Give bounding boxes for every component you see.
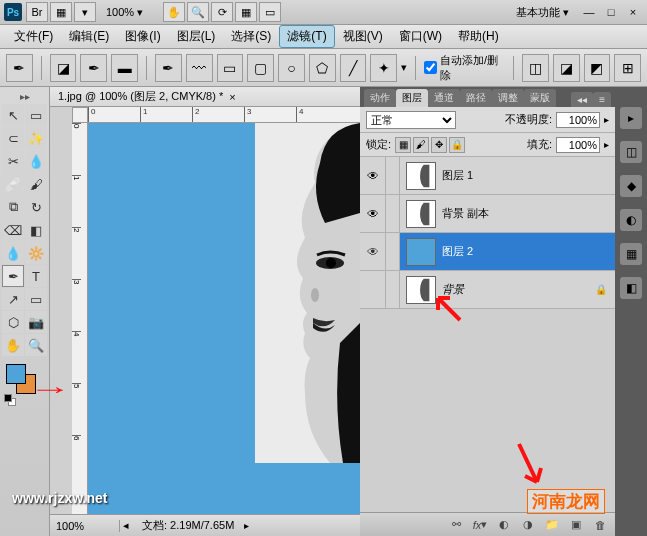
delete-layer-icon[interactable]: 🗑 [591, 517, 609, 533]
tab-paths[interactable]: 路径 [460, 89, 492, 107]
ellipse-shape-icon[interactable]: ○ [278, 54, 305, 82]
visibility-toggle[interactable]: 👁 [360, 233, 386, 270]
current-tool-icon[interactable]: ✒ [6, 54, 33, 82]
layer-row[interactable]: 背景 🔒 [360, 271, 615, 309]
type-tool[interactable]: T [25, 265, 47, 287]
rect-shape-icon[interactable]: ▭ [217, 54, 244, 82]
visibility-toggle[interactable] [360, 271, 386, 308]
zoom-tool[interactable]: 🔍 [25, 334, 47, 356]
workspace-switcher[interactable]: 基本功能 ▾ [508, 3, 577, 22]
tab-actions[interactable]: 动作 [364, 89, 396, 107]
3d-camera-tool[interactable]: 📷 [25, 311, 47, 333]
layer-thumbnail[interactable] [406, 238, 436, 266]
shape-tool[interactable]: ▭ [25, 288, 47, 310]
auto-add-delete-checkbox[interactable]: 自动添加/删除 [424, 53, 505, 83]
layer-thumbnail[interactable] [406, 276, 436, 304]
pen-tool-icon[interactable]: ✒ [155, 54, 182, 82]
layer-mask-icon[interactable]: ◐ [495, 517, 513, 533]
pen-mode-shape-layers[interactable]: ◪ [50, 54, 77, 82]
menu-select[interactable]: 选择(S) [223, 25, 279, 48]
maximize-button[interactable]: □ [601, 4, 621, 20]
panel-menu-icon[interactable]: ≡ [593, 92, 611, 107]
crop-tool[interactable]: ✂ [2, 150, 24, 172]
expand-panels-icon[interactable]: ▸ [620, 107, 642, 129]
tab-masks[interactable]: 蒙版 [524, 89, 556, 107]
screen-mode-icon[interactable]: ▭ [259, 2, 281, 22]
path-combine-icon[interactable]: ◫ [522, 54, 549, 82]
visibility-toggle[interactable]: 👁 [360, 157, 386, 194]
link-layers-icon[interactable]: ⚯ [447, 517, 465, 533]
document-tab[interactable]: 1.jpg @ 100% (图层 2, CMYK/8) * × [50, 87, 360, 107]
pen-mode-paths[interactable]: ✒ [80, 54, 107, 82]
arrange-docs-icon[interactable]: ▦ [235, 2, 257, 22]
pen-mode-fill[interactable]: ▬ [111, 54, 138, 82]
eyedropper-tool[interactable]: 💧 [25, 150, 47, 172]
foreground-color[interactable] [6, 364, 26, 384]
path-select-tool[interactable]: ↗ [2, 288, 24, 310]
rotate-view-icon[interactable]: ⟳ [211, 2, 233, 22]
default-colors-icon[interactable] [4, 394, 16, 406]
menu-window[interactable]: 窗口(W) [391, 25, 450, 48]
vertical-scrollbar[interactable] [50, 107, 72, 514]
polygon-shape-icon[interactable]: ⬠ [309, 54, 336, 82]
layer-name[interactable]: 图层 2 [442, 244, 615, 259]
lock-all-icon[interactable]: 🔒 [449, 137, 465, 153]
swatches-panel-icon[interactable]: ◆ [620, 175, 642, 197]
layer-row[interactable]: 👁 图层 2 [360, 233, 615, 271]
lasso-tool[interactable]: ⊂ [2, 127, 24, 149]
gradient-tool[interactable]: ◧ [25, 219, 47, 241]
custom-shape-icon[interactable]: ✦ [370, 54, 397, 82]
status-doc-info[interactable]: 文档: 2.19M/7.65M [132, 518, 244, 533]
line-shape-icon[interactable]: ╱ [340, 54, 367, 82]
lock-position-icon[interactable]: ✥ [431, 137, 447, 153]
dodge-tool[interactable]: 🔆 [25, 242, 47, 264]
menu-image[interactable]: 图像(I) [117, 25, 168, 48]
zoom-tool-icon[interactable]: 🔍 [187, 2, 209, 22]
layer-fx-icon[interactable]: fx▾ [471, 517, 489, 533]
history-brush-tool[interactable]: ↻ [25, 196, 47, 218]
minimize-button[interactable]: — [579, 4, 599, 20]
opacity-input[interactable] [556, 112, 600, 128]
color-swatches[interactable] [2, 364, 47, 400]
path-exclude-icon[interactable]: ⊞ [614, 54, 641, 82]
rounded-rect-icon[interactable]: ▢ [247, 54, 274, 82]
blend-mode-select[interactable]: 正常 [366, 111, 456, 129]
freeform-pen-icon[interactable]: 〰 [186, 54, 213, 82]
new-layer-icon[interactable]: ▣ [567, 517, 585, 533]
layer-row[interactable]: 👁 背景 副本 [360, 195, 615, 233]
layer-group-icon[interactable]: 📁 [543, 517, 561, 533]
ruler-origin[interactable] [72, 107, 88, 123]
tab-layers[interactable]: 图层 [396, 89, 428, 107]
blur-tool[interactable]: 💧 [2, 242, 24, 264]
bridge-button[interactable]: Br [26, 2, 48, 22]
tab-channels[interactable]: 通道 [428, 89, 460, 107]
menu-layer[interactable]: 图层(L) [169, 25, 224, 48]
layer-row[interactable]: 👁 图层 1 [360, 157, 615, 195]
path-subtract-icon[interactable]: ◪ [553, 54, 580, 82]
hand-tool[interactable]: ✋ [2, 334, 24, 356]
menu-help[interactable]: 帮助(H) [450, 25, 507, 48]
menu-view[interactable]: 视图(V) [335, 25, 391, 48]
view-extras-button[interactable]: ▾ [74, 2, 96, 22]
lock-transparency-icon[interactable]: ▦ [395, 137, 411, 153]
path-intersect-icon[interactable]: ◩ [584, 54, 611, 82]
layer-thumbnail[interactable] [406, 162, 436, 190]
vertical-ruler[interactable]: 0123456 [72, 123, 88, 514]
status-zoom[interactable]: 100% [50, 520, 120, 532]
canvas[interactable] [88, 123, 360, 514]
layer-name[interactable]: 背景 副本 [442, 206, 615, 221]
tab-adjustments[interactable]: 调整 [492, 89, 524, 107]
zoom-level[interactable]: 100% ▾ [106, 6, 143, 19]
layer-name[interactable]: 图层 1 [442, 168, 615, 183]
layer-thumbnail[interactable] [406, 200, 436, 228]
hand-tool-icon[interactable]: ✋ [163, 2, 185, 22]
move-tool[interactable]: ↖ [2, 104, 24, 126]
panel-prev-icon[interactable]: ◂◂ [571, 92, 593, 107]
adjustment-layer-icon[interactable]: ◑ [519, 517, 537, 533]
menu-file[interactable]: 文件(F) [6, 25, 61, 48]
horizontal-ruler[interactable]: 012345 [88, 107, 360, 123]
history-panel-icon[interactable]: ◫ [620, 141, 642, 163]
mini-bridge-button[interactable]: ▦ [50, 2, 72, 22]
healing-tool[interactable]: 🩹 [2, 173, 24, 195]
visibility-toggle[interactable]: 👁 [360, 195, 386, 232]
